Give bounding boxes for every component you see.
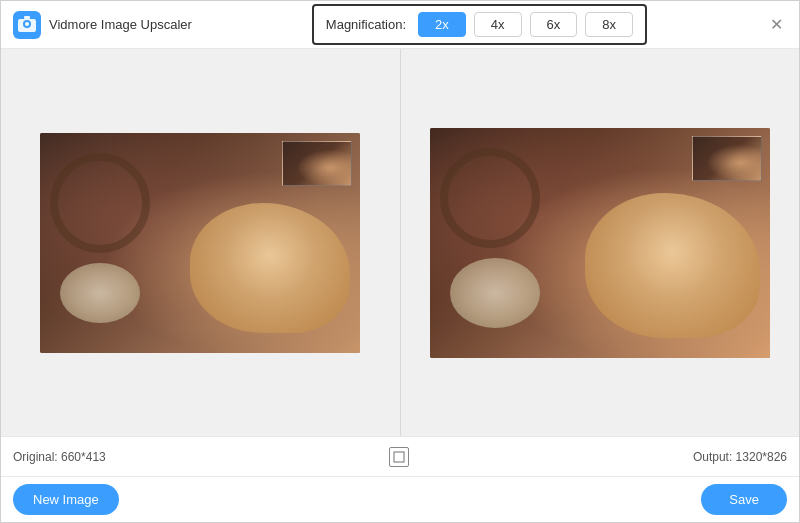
save-button[interactable]: Save (701, 484, 787, 515)
image-thumbnail-inset (282, 141, 352, 186)
new-image-button[interactable]: New Image (13, 484, 119, 515)
output-size-label: Output: 1320*826 (693, 450, 787, 464)
svg-point-3 (25, 22, 29, 26)
mag-2x-button[interactable]: 2x (418, 12, 466, 37)
compare-icon (389, 447, 409, 467)
svg-rect-5 (394, 452, 404, 462)
output-image-flowers-decoration (450, 258, 540, 328)
svg-rect-4 (24, 16, 30, 19)
mag-6x-button[interactable]: 6x (530, 12, 578, 37)
output-image (430, 128, 770, 358)
title-bar: Vidmore Image Upscaler Magnification: 2x… (1, 1, 799, 49)
bottom-bar: New Image Save (1, 476, 799, 522)
main-content (1, 49, 799, 436)
app-logo-icon (13, 11, 41, 39)
output-image-thumbnail-inset (692, 136, 762, 181)
close-button[interactable]: ✕ (767, 15, 787, 35)
output-image-panel (401, 49, 800, 436)
mag-8x-button[interactable]: 8x (585, 12, 633, 37)
original-size-label: Original: 660*413 (13, 450, 106, 464)
image-wheel-decoration (50, 153, 150, 253)
output-image-wheel-decoration (440, 148, 540, 248)
app-title: Vidmore Image Upscaler (49, 17, 192, 32)
image-flowers-decoration (60, 263, 140, 323)
mag-4x-button[interactable]: 4x (474, 12, 522, 37)
status-bar: Original: 660*413 Output: 1320*826 (1, 436, 799, 476)
magnification-label: Magnification: (326, 17, 406, 32)
original-image (40, 133, 360, 353)
original-image-panel (1, 49, 401, 436)
app-window: Vidmore Image Upscaler Magnification: 2x… (0, 0, 800, 523)
title-bar-left: Vidmore Image Upscaler (13, 11, 192, 39)
magnification-panel: Magnification: 2x 4x 6x 8x (312, 4, 647, 45)
